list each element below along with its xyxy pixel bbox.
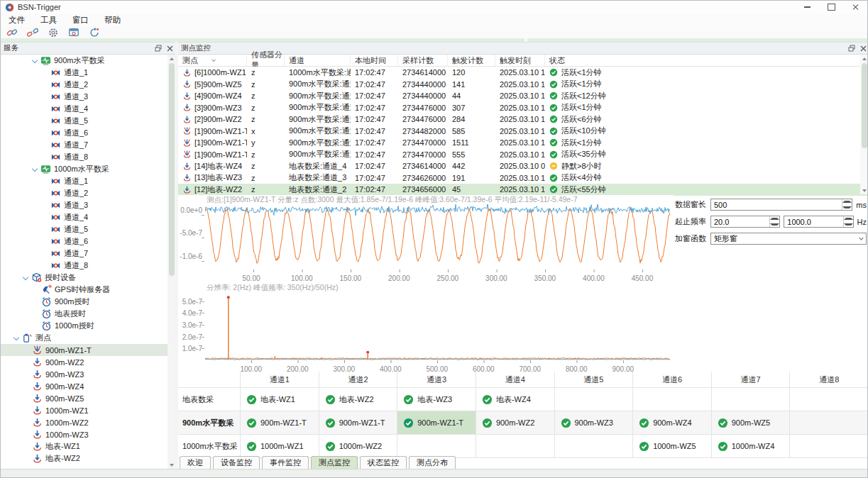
chevron-down-icon[interactable] — [32, 167, 38, 172]
column-header[interactable]: 采样计数 — [398, 55, 448, 66]
grid-cell[interactable]: 1000m-WZ5 — [633, 435, 712, 457]
column-header[interactable]: 状态 — [545, 55, 868, 66]
tab-测点分布[interactable]: 测点分布 — [409, 456, 456, 469]
tree-item[interactable]: 1000m水平数采 — [1, 163, 175, 175]
param-input[interactable]: 1000.0 — [784, 216, 853, 228]
grid-cell[interactable] — [790, 411, 868, 434]
scroll-up-icon[interactable] — [167, 55, 175, 62]
table-row[interactable]: [12]地表-WZ2z地表数采:通道_217:02:47273465600045… — [178, 184, 868, 196]
tree-scrollbar[interactable] — [167, 55, 175, 469]
tree-item[interactable]: 授时设备 — [1, 272, 175, 284]
grid-cell[interactable]: 900m-WZ3 — [555, 411, 634, 434]
tree-item[interactable]: 通道_8 — [1, 151, 175, 163]
tree-item[interactable]: 通道_6 — [1, 235, 175, 248]
grid-cell[interactable]: 900m-WZ2 — [476, 411, 555, 434]
close-panel-icon[interactable] — [164, 43, 175, 53]
grid-cell[interactable] — [476, 435, 555, 457]
column-header[interactable]: 测点 — [178, 55, 247, 66]
tree-item[interactable]: 通道_7 — [1, 248, 175, 260]
table-row[interactable]: [1]900m-WZ1-Tz900m水平数采:通道_317:02:4727344… — [178, 149, 868, 161]
tree-item[interactable]: 通道_3 — [1, 91, 175, 103]
tree-item[interactable]: 地表-WZ2 — [1, 452, 175, 465]
grid-cell[interactable]: 地表-WZ2 — [319, 388, 398, 411]
grid-cell[interactable] — [790, 388, 868, 411]
tree-item[interactable]: 通道_5 — [1, 115, 175, 127]
menu-item[interactable]: 帮助 — [97, 13, 128, 26]
grid-cell[interactable]: 900m-WZ1-T — [397, 411, 476, 434]
tree-item[interactable]: 地表-WZ1 — [1, 440, 175, 452]
scroll-up-icon[interactable] — [860, 55, 868, 62]
settings-gear-icon[interactable] — [46, 27, 60, 38]
tree-item[interactable]: 通道_8 — [1, 260, 175, 272]
tree-item[interactable]: 通道_6 — [1, 127, 175, 139]
grid-cell[interactable] — [633, 388, 712, 411]
spin-up-icon[interactable] — [844, 216, 853, 222]
grid-cell[interactable]: 地表-WZ1 — [241, 388, 319, 411]
table-row[interactable]: [5]900m-WZ5z900m水平数采:通道_717:02:472734440… — [178, 79, 868, 91]
tree-item[interactable]: 通道_4 — [1, 103, 175, 115]
table-row[interactable]: [2]900m-WZ2z900m水平数采:通道_417:02:472734476… — [178, 113, 868, 126]
tree-item[interactable]: 900m水平数采 — [1, 55, 175, 67]
close-panel-icon[interactable] — [857, 43, 868, 53]
tree-item[interactable]: 1000m授时 — [1, 320, 175, 332]
refresh-icon[interactable] — [87, 27, 101, 38]
table-row[interactable]: [6]1000m-WZ1z1000m水平数采:通道_117:02:4727346… — [178, 67, 868, 79]
tree-item[interactable]: 通道_4 — [1, 211, 175, 223]
tree-item[interactable]: 通道_5 — [1, 223, 175, 235]
tree-item[interactable]: 1000m-WZ1 — [1, 404, 175, 416]
table-row[interactable]: [1]900m-WZ1-Tx900m水平数采:通道_117:02:4727344… — [178, 126, 868, 138]
table-row[interactable]: [1]900m-WZ1-Ty900m水平数采:通道_217:02:4727344… — [178, 137, 868, 149]
menu-item[interactable]: 窗口 — [65, 13, 97, 26]
column-header[interactable]: 触发计数 — [448, 55, 495, 66]
tab-状态监控[interactable]: 状态监控 — [360, 456, 407, 469]
disconnect-icon[interactable] — [26, 27, 40, 38]
window-function-select[interactable]: 矩形窗 — [710, 233, 867, 245]
tree-item[interactable]: 900m-WZ2 — [1, 356, 175, 368]
tree-item[interactable]: 900m-WZ5 — [1, 392, 175, 404]
tree-item[interactable]: 900m授时 — [1, 296, 175, 308]
tree-item[interactable]: 1000m-WZ2 — [1, 416, 175, 428]
grid-cell[interactable]: 900m-WZ5 — [712, 411, 791, 434]
float-panel-icon[interactable] — [153, 43, 164, 53]
table-row[interactable]: [3]900m-WZ3z900m水平数采:通道_517:02:472734476… — [178, 102, 868, 114]
scroll-down-icon[interactable] — [167, 461, 175, 469]
grid-cell[interactable] — [555, 388, 634, 411]
tab-事件监控[interactable]: 事件监控 — [262, 456, 309, 469]
spin-down-icon[interactable] — [770, 222, 779, 228]
grid-cell[interactable]: 1000m-WZ4 — [712, 435, 791, 457]
tree-item[interactable]: 1000m-WZ3 — [1, 428, 175, 440]
tree-item[interactable]: 通道_7 — [1, 139, 175, 151]
minimize-button[interactable] — [795, 1, 819, 13]
grid-cell[interactable]: 地表-WZ3 — [397, 388, 476, 411]
tree-item[interactable]: 900m-WZ4 — [1, 380, 175, 392]
scrollbar-thumb[interactable] — [862, 63, 867, 148]
tree-item[interactable]: GPS时钟服务器 — [1, 284, 175, 296]
table-row[interactable]: [14]地表-WZ4z地表数采:通道_417:02:47273461400044… — [178, 160, 868, 172]
connect-icon[interactable] — [5, 27, 19, 38]
spectrum-plot[interactable] — [205, 292, 670, 365]
tree-item[interactable]: 通道_2 — [1, 187, 175, 199]
column-header[interactable]: 传感器分量 — [247, 55, 285, 66]
chevron-down-icon[interactable] — [32, 58, 38, 64]
grid-cell[interactable]: 1000m-WZ2 — [319, 435, 398, 457]
waveform-plot[interactable] — [205, 204, 670, 274]
tab-测点监控[interactable]: 测点监控 — [311, 456, 358, 469]
grid-cell[interactable] — [555, 435, 634, 457]
grid-cell[interactable]: 地表-WZ4 — [476, 388, 555, 411]
grid-cell[interactable] — [397, 435, 476, 457]
grid-cell[interactable]: 900m-WZ1-T — [241, 411, 319, 434]
table-row[interactable]: [4]900m-WZ4z900m水平数采:通道_617:02:472734440… — [178, 90, 868, 102]
table-row[interactable]: [13]地表-WZ3z地表数采:通道_317:02:47273462600019… — [178, 172, 868, 184]
tree-item[interactable]: 900m-WZ1-T — [1, 344, 175, 356]
table-scrollbar[interactable] — [860, 55, 868, 194]
column-header[interactable]: 触发时刻 — [495, 55, 545, 66]
monitor-window-icon[interactable] — [67, 27, 81, 38]
grid-cell[interactable] — [712, 388, 791, 411]
float-panel-icon[interactable] — [846, 43, 857, 53]
tree-item[interactable]: 通道_2 — [1, 79, 175, 91]
param-input[interactable]: 500 — [710, 199, 852, 211]
spin-up-icon[interactable] — [770, 216, 779, 222]
tree-item[interactable]: 通道_1 — [1, 67, 175, 79]
grid-cell[interactable]: 900m-WZ4 — [633, 411, 712, 434]
param-input[interactable]: 20.0 — [710, 216, 780, 228]
